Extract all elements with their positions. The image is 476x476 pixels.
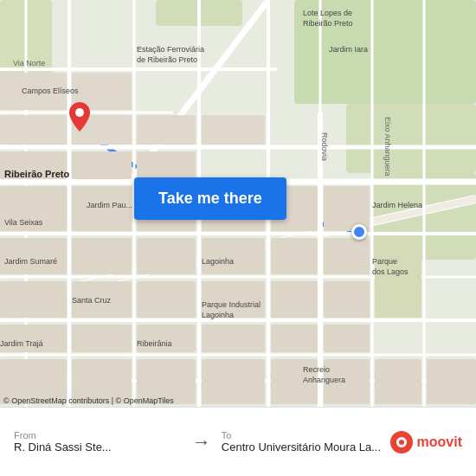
svg-rect-54 (375, 238, 421, 318)
svg-text:Campos Elíseos: Campos Elíseos (22, 87, 79, 95)
svg-text:Jardim Sumaré: Jardim Sumaré (4, 257, 57, 266)
svg-rect-35 (137, 151, 196, 179)
svg-rect-41 (72, 238, 132, 274)
map-attribution: © OpenStreetMap contributors | © OpenMap… (3, 396, 174, 405)
svg-text:Lagoinha: Lagoinha (202, 257, 234, 266)
svg-point-93 (75, 108, 84, 117)
svg-rect-42 (137, 238, 196, 274)
svg-text:Rodovia: Rodovia (320, 132, 329, 161)
svg-text:Parque Industrial: Parque Industrial (202, 300, 261, 309)
svg-rect-59 (271, 325, 318, 352)
svg-text:Anhanguera: Anhanguera (303, 376, 345, 384)
bottom-bar: From R. Diná Sassi Ste... → To Centro Un… (0, 407, 476, 476)
svg-text:Eixo Anhanguera: Eixo Anhanguera (383, 117, 392, 177)
svg-rect-58 (202, 325, 265, 352)
svg-text:Jardim Pau...: Jardim Pau... (87, 201, 132, 209)
svg-text:Vila Seixas: Vila Seixas (4, 218, 43, 227)
svg-rect-50 (271, 281, 318, 318)
svg-text:Recreio: Recreio (303, 365, 330, 374)
destination-pin (69, 102, 90, 135)
moovit-icon (389, 430, 414, 454)
svg-text:Lote Lopes de: Lote Lopes de (303, 9, 352, 17)
svg-rect-40 (0, 238, 67, 274)
svg-text:Jardim Iara: Jardim Iara (329, 45, 368, 54)
svg-text:Ribeirânia: Ribeirânia (137, 339, 172, 348)
svg-rect-55 (0, 325, 67, 352)
svg-text:Estação Ferroviária: Estação Ferroviária (137, 45, 204, 54)
take-me-there-button[interactable]: Take me there (134, 177, 286, 220)
svg-text:Parque: Parque (372, 257, 397, 266)
svg-text:Jardim Trajá: Jardim Trajá (0, 339, 43, 348)
svg-rect-68 (427, 359, 476, 404)
route-to: To Centro Universitário Moura La... (222, 430, 389, 453)
svg-text:de Ribeirão Preto: de Ribeirão Preto (137, 55, 197, 64)
svg-rect-51 (324, 238, 370, 274)
moovit-name: moovit (417, 434, 462, 450)
svg-rect-43 (202, 238, 265, 274)
svg-text:Jardim Helena: Jardim Helena (372, 201, 422, 209)
svg-text:dos Lagos: dos Lagos (372, 267, 408, 276)
svg-text:Lagoinha: Lagoinha (202, 311, 234, 319)
svg-text:Ribeirão Preto: Ribeirão Preto (303, 19, 353, 28)
current-location-dot (351, 224, 367, 240)
moovit-logo: moovit (389, 430, 462, 454)
from-name: R. Diná Sassi Ste... (14, 441, 178, 453)
svg-rect-32 (202, 115, 265, 145)
svg-rect-46 (0, 281, 67, 318)
route-from: From R. Diná Sassi Ste... (14, 430, 182, 453)
svg-rect-57 (137, 325, 196, 352)
map-container: Via Norte Campos Elíseos Estação Ferrovi… (0, 0, 476, 407)
route-arrow-icon: → (192, 431, 211, 453)
svg-text:Via Norte: Via Norte (13, 59, 45, 68)
svg-rect-2 (346, 104, 476, 173)
svg-text:Ribeirão Preto: Ribeirão Preto (4, 169, 69, 179)
svg-rect-60 (324, 325, 370, 352)
from-label: From (14, 430, 182, 441)
svg-rect-45 (271, 238, 318, 274)
svg-rect-56 (72, 325, 132, 352)
svg-rect-31 (137, 115, 196, 145)
svg-rect-48 (137, 281, 196, 318)
svg-rect-29 (0, 115, 67, 145)
svg-point-96 (399, 440, 404, 445)
svg-rect-34 (72, 151, 132, 179)
svg-rect-67 (375, 359, 421, 404)
to-name: Centro Universitário Moura La... (222, 441, 386, 453)
svg-rect-52 (324, 281, 370, 318)
svg-text:Santa Cruz: Santa Cruz (72, 296, 112, 305)
svg-rect-64 (202, 359, 265, 404)
to-label: To (222, 430, 389, 441)
